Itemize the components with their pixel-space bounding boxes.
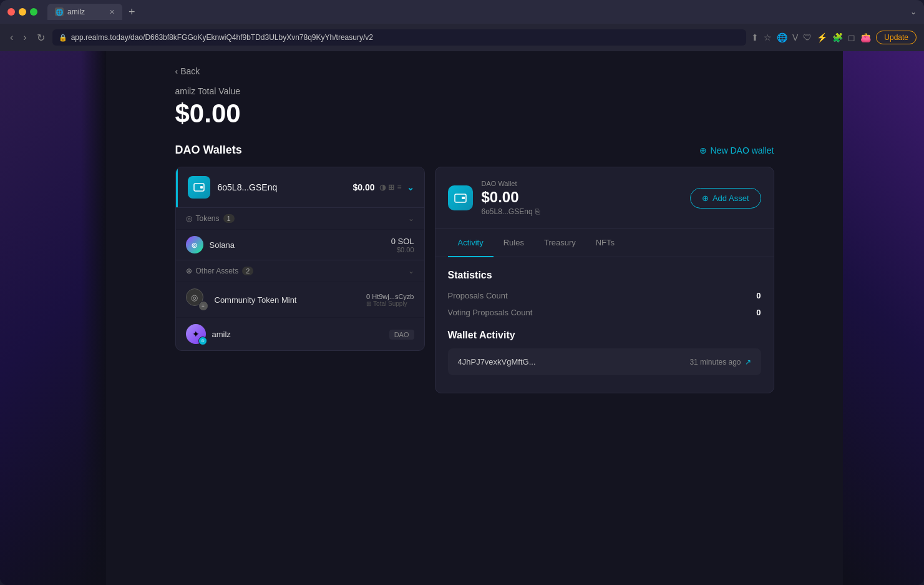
tab-favicon: 🌐	[55, 7, 64, 16]
detail-address-text: 6o5L8...GSEnq	[482, 207, 533, 216]
address-text: app.realms.today/dao/D663bf8kFGGoKyEknwi…	[71, 33, 373, 42]
tokens-label: ◎ Tokens 1	[186, 214, 235, 223]
tab-nfts[interactable]: NFTs	[586, 229, 625, 257]
group-icon: ⊞	[388, 183, 394, 192]
other-assets-label: ⊕ Other Assets 2	[186, 267, 254, 275]
add-asset-plus-icon: ⊕	[702, 194, 709, 203]
svg-rect-3	[462, 197, 465, 199]
wallet-icon[interactable]: 👛	[860, 32, 871, 42]
tab-close-button[interactable]: ✕	[109, 8, 115, 16]
right-sidebar-glow	[843, 51, 924, 585]
other-assets-text: Other Assets	[196, 267, 239, 275]
extension-icon-6[interactable]: ◻	[848, 32, 855, 42]
wallet-amount-value: $0.00	[353, 182, 374, 192]
back-link[interactable]: ‹ Back	[175, 66, 774, 76]
browser-toolbar: ‹ › ↻ 🔒 app.realms.today/dao/D663bf8kFGG…	[0, 24, 924, 51]
supply-label: Total Supply	[373, 300, 407, 307]
back-nav-button[interactable]: ‹	[7, 29, 16, 46]
amilz-asset-name: amilz	[212, 330, 231, 339]
close-traffic-light[interactable]	[7, 8, 15, 16]
minimize-traffic-light[interactable]	[19, 8, 26, 16]
wallet-amount: $0.00 ◑ ⊞ ≡ ⌄	[353, 182, 414, 192]
wallet-card-header[interactable]: 6o5L8...GSEnq $0.00 ◑ ⊞ ≡ ⌄	[176, 167, 424, 207]
page-inner: ‹ Back amilz Total Value $0.00 DAO Walle…	[163, 51, 787, 408]
proposals-count-row: Proposals Count 0	[448, 291, 761, 300]
other-assets-section-header[interactable]: ⊕ Other Assets 2 ⌄	[176, 260, 424, 282]
moon-icon: ◑	[379, 183, 386, 192]
wallet-card: 6o5L8...GSEnq $0.00 ◑ ⊞ ≡ ⌄	[175, 167, 425, 351]
add-asset-button[interactable]: ⊕ Add Asset	[690, 188, 761, 209]
wallet-icons: ◑ ⊞ ≡	[379, 183, 401, 192]
extension-icon-5[interactable]: 🧩	[832, 32, 843, 42]
lock-icon: 🔒	[59, 34, 67, 42]
refresh-nav-button[interactable]: ↻	[34, 29, 47, 46]
fullscreen-traffic-light[interactable]	[30, 8, 37, 16]
share-icon[interactable]: ⬆	[751, 32, 759, 42]
tokens-chevron-icon[interactable]: ⌄	[408, 214, 414, 223]
solana-token-name: Solana	[210, 240, 235, 250]
tokens-section-header[interactable]: ◎ Tokens 1 ⌄	[176, 208, 424, 229]
solana-amount-sol: 0 SOL	[391, 237, 414, 246]
list-icon: ≡	[397, 183, 401, 192]
wallet-list-panel: 6o5L8...GSEnq $0.00 ◑ ⊞ ≡ ⌄	[175, 167, 425, 393]
tab-rules[interactable]: Rules	[494, 229, 534, 257]
activity-row-0: 4JhPJ7vexkVgMftG... 31 minutes ago ↗	[448, 348, 761, 375]
community-token-amount: 0 Ht9wj...sCyzb ⊞ Total Supply	[366, 293, 414, 307]
copy-icon[interactable]: ⎘	[535, 207, 540, 216]
tab-treasury[interactable]: Treasury	[534, 229, 586, 257]
wallet-detail-header: DAO Wallet $0.00 6o5L8...GSEnq ⎘ ⊕ Add A…	[435, 167, 774, 229]
amilz-asset-row: ✦ ⊙ amilz DAO	[176, 317, 424, 350]
bookmark-icon[interactable]: ☆	[764, 32, 772, 42]
update-button[interactable]: Update	[876, 31, 917, 44]
active-tab[interactable]: 🌐 amilz ✕	[47, 4, 122, 20]
forward-nav-button[interactable]: ›	[21, 29, 29, 46]
address-bar[interactable]: 🔒 app.realms.today/dao/D663bf8kFGGoKyEkn…	[52, 29, 746, 46]
solana-token-icon: ◎	[186, 236, 203, 253]
new-tab-button[interactable]: +	[125, 6, 139, 19]
new-dao-wallet-button[interactable]: ⊕ New DAO wallet	[699, 145, 774, 155]
browser-titlebar: 🌐 amilz ✕ + ⌄	[0, 0, 924, 24]
activity-time-0: 31 minutes ago ↗	[689, 358, 751, 366]
add-asset-label: Add Asset	[712, 194, 749, 203]
tab-activity[interactable]: Activity	[448, 229, 494, 257]
toolbar-icons: ⬆ ☆ 🌐 V 🛡 ⚡ 🧩 ◻ 👛 Update	[751, 31, 917, 44]
proposals-count-value: 0	[756, 291, 761, 300]
tokens-text: Tokens	[196, 214, 220, 223]
community-token-sub-icon: ≡	[198, 301, 208, 311]
tokens-section: ◎ Tokens 1 ⌄ ◎ Solana	[176, 207, 424, 260]
plus-circle-icon: ⊕	[699, 145, 707, 155]
community-token-row: ◎ ≡ Community Token Mint 0 Ht9wj...sCyzb…	[176, 282, 424, 317]
community-token-supply: ⊞ Total Supply	[366, 300, 414, 307]
tab-menu-icon[interactable]: ⌄	[910, 7, 917, 16]
voting-count-row: Voting Proposals Count 0	[448, 308, 761, 317]
detail-avatar	[448, 185, 473, 210]
extension-icon-2[interactable]: V	[792, 32, 798, 42]
extension-icon-4[interactable]: ⚡	[817, 32, 827, 42]
wallet-detail-panel: DAO Wallet $0.00 6o5L8...GSEnq ⎘ ⊕ Add A…	[435, 167, 774, 393]
back-chevron-icon: ‹	[175, 66, 178, 76]
voting-count-label: Voting Proposals Count	[448, 308, 533, 317]
dao-wallets-title: DAO Wallets	[175, 144, 242, 157]
detail-body: Statistics Proposals Count 0 Voting Prop…	[435, 257, 774, 393]
browser-content: ‹ Back amilz Total Value $0.00 DAO Walle…	[0, 51, 924, 585]
activity-hash-0: 4JhPJ7vexkVgMftG...	[458, 357, 536, 366]
back-label: Back	[180, 66, 200, 76]
total-value-label: amilz Total Value	[175, 86, 774, 96]
extension-icon-1[interactable]: 🌐	[777, 32, 787, 42]
detail-amount: $0.00	[482, 189, 540, 206]
detail-address: 6o5L8...GSEnq ⎘	[482, 207, 540, 216]
detail-wallet-label: DAO Wallet	[482, 180, 540, 187]
token-row-solana: ◎ Solana 0 SOL $0.00	[176, 229, 424, 260]
detail-info: DAO Wallet $0.00 6o5L8...GSEnq ⎘	[482, 180, 540, 216]
other-assets-count-badge: 2	[242, 267, 253, 275]
tokens-count-badge: 1	[223, 214, 235, 223]
traffic-lights	[7, 8, 37, 16]
svg-rect-1	[200, 186, 203, 189]
supply-icon: ⊞	[366, 300, 371, 307]
extension-icon-3[interactable]: 🛡	[803, 32, 812, 42]
wallet-chevron-down-icon[interactable]: ⌄	[407, 182, 414, 192]
external-link-icon[interactable]: ↗	[745, 358, 751, 366]
other-assets-chevron-icon[interactable]: ⌄	[408, 267, 414, 275]
amilz-asset-icon: ✦ ⊙	[186, 324, 206, 344]
page-content: ‹ Back amilz Total Value $0.00 DAO Walle…	[106, 51, 843, 585]
